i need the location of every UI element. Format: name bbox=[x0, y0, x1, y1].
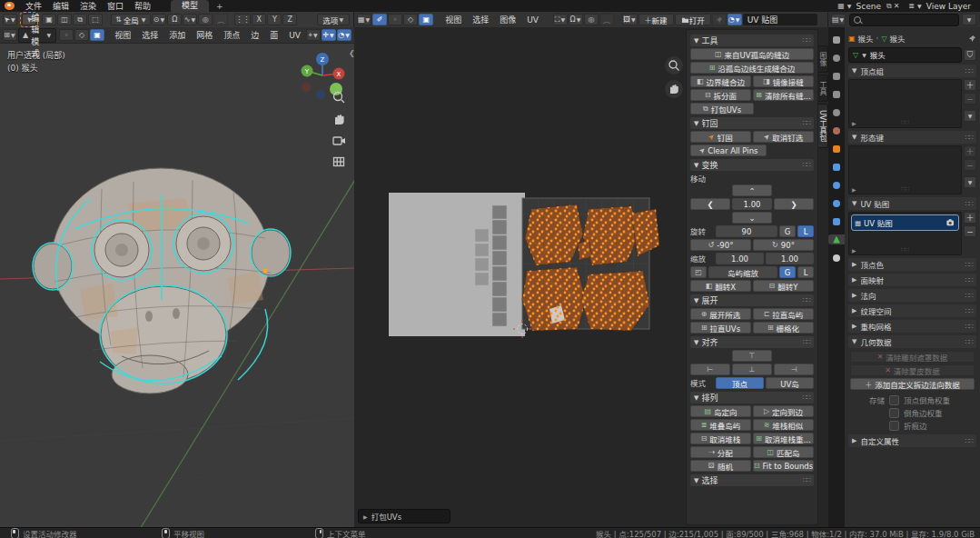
shape-key-specials-button[interactable]: ▼ bbox=[964, 176, 976, 188]
section-geometry-data[interactable]: ▼几何数据∷∷ bbox=[848, 335, 976, 348]
pin-button[interactable]: ➤钉固 bbox=[690, 131, 751, 143]
remove-vertex-group-button[interactable]: − bbox=[964, 93, 976, 105]
edge-select-mode-icon[interactable]: ◇ bbox=[74, 29, 89, 41]
properties-tab-modifiers-icon[interactable] bbox=[831, 162, 843, 172]
uv-map-list-item[interactable]: ▦ UV 贴图 bbox=[851, 214, 959, 231]
section-arrange[interactable]: ▼排列∷∷ bbox=[690, 392, 814, 404]
uv-pivot-dropdown[interactable]: ⛶▼ bbox=[553, 14, 568, 25]
new-image-button[interactable]: ＋ 新建 bbox=[638, 14, 674, 25]
vp-menu-vertex[interactable]: 顶点 bbox=[218, 29, 245, 41]
move-right-button[interactable]: ❯ bbox=[774, 198, 814, 210]
breadcrumb-object[interactable]: 猴头 bbox=[858, 33, 874, 44]
blender-logo-icon[interactable] bbox=[5, 2, 15, 10]
properties-tab-material-icon[interactable] bbox=[831, 253, 843, 263]
section-shape-keys[interactable]: ▼形态键∷∷ bbox=[848, 131, 976, 144]
section-pin[interactable]: ▼钉固∷∷ bbox=[690, 117, 814, 129]
properties-tab-output-icon[interactable] bbox=[831, 71, 843, 81]
section-face-maps[interactable]: ▶面映射∷∷ bbox=[848, 274, 976, 286]
suzanne-mesh[interactable] bbox=[33, 168, 291, 394]
island-scale-local-toggle[interactable]: L bbox=[797, 266, 814, 278]
move-down-button[interactable]: ⌄ bbox=[732, 212, 772, 224]
uv-menu-image[interactable]: 图像 bbox=[494, 14, 521, 25]
clear-all-pins-button[interactable]: ➤Clear All Pins bbox=[690, 144, 767, 156]
select-mode-2-icon[interactable]: ◫ bbox=[57, 14, 72, 25]
unpin-button[interactable]: ➤取消钉选 bbox=[753, 131, 814, 143]
fake-user-shield-button[interactable]: ⛉ bbox=[964, 49, 976, 61]
edge-crease-checkbox[interactable] bbox=[889, 421, 899, 431]
orient-island-button[interactable]: ▤岛定向 bbox=[690, 405, 751, 417]
rotate-local-toggle[interactable]: L bbox=[797, 225, 814, 237]
straighten-uvs-button[interactable]: ⊞拉直UVs bbox=[690, 322, 751, 334]
stack-similar-button[interactable]: ≋堆栈相似 bbox=[753, 419, 814, 431]
list-resize-grip[interactable]: ∷∷ bbox=[849, 119, 961, 126]
clear-seams-button[interactable]: ⊠清除所有缝... bbox=[753, 89, 814, 101]
open-image-button[interactable]: 打开 bbox=[675, 14, 711, 25]
align-right-button[interactable]: ⊣ bbox=[774, 364, 814, 375]
scale-y-field[interactable]: 1.00 bbox=[766, 253, 814, 264]
shading-overlay-dropdown[interactable]: ◔▼ bbox=[337, 29, 351, 41]
snapping-dropdown[interactable]: ⌖▼ bbox=[306, 29, 321, 41]
scene-selector[interactable]: Scene bbox=[856, 2, 880, 11]
distribute-button[interactable]: ⇢分配 bbox=[690, 446, 751, 458]
pan-hand-icon[interactable] bbox=[335, 115, 344, 125]
properties-tab-object-icon[interactable] bbox=[831, 144, 843, 154]
add-vertex-group-button[interactable]: ＋ bbox=[964, 79, 976, 91]
properties-tab-particles-icon[interactable] bbox=[831, 180, 843, 190]
section-texture-space[interactable]: ▶纹理空间∷∷ bbox=[848, 304, 976, 317]
split-faces-button[interactable]: ⊟拆分面 bbox=[690, 89, 751, 101]
uv-select-vertex-icon[interactable]: ◦ bbox=[388, 14, 402, 25]
add-shape-key-button[interactable]: ＋ bbox=[964, 145, 976, 157]
vertex-groups-list[interactable]: ▶∷∷ bbox=[848, 79, 962, 128]
island-scale-global-toggle[interactable]: G bbox=[779, 266, 796, 278]
section-vertex-groups[interactable]: ▼顶点组∷∷ bbox=[848, 65, 976, 77]
properties-tab-tool-icon[interactable] bbox=[831, 35, 843, 45]
mode-dropdown[interactable]: ▲ 编辑模式 ▼ bbox=[18, 28, 56, 43]
mirror-z-button[interactable]: Z bbox=[282, 14, 297, 25]
uv-select-edge-icon[interactable]: ◇ bbox=[403, 14, 418, 25]
uv-menu-select[interactable]: 选择 bbox=[467, 14, 494, 25]
section-tools[interactable]: ▼工具∷∷ bbox=[690, 35, 814, 46]
vertex-select-mode-icon[interactable]: ◦ bbox=[59, 29, 74, 41]
pin-image-icon[interactable] bbox=[712, 14, 727, 25]
vertex-group-specials-button[interactable]: ▼ bbox=[964, 110, 976, 122]
workspace-tab-modeling[interactable]: 模型 bbox=[171, 0, 209, 12]
uv-maps-list[interactable]: ▦ UV 贴图 ▶∷∷ bbox=[848, 212, 962, 255]
face-select-mode-icon[interactable]: ▣ bbox=[90, 29, 104, 41]
section-custom-properties[interactable]: ▶自定义属性∷∷ bbox=[848, 434, 976, 447]
vp-menu-select[interactable]: 选择 bbox=[136, 29, 163, 41]
proportional-falloff-icon[interactable]: ︵ bbox=[213, 14, 228, 25]
view-layer-selector[interactable]: View Layer bbox=[926, 2, 971, 11]
section-select[interactable]: ▼选择∷∷ bbox=[690, 474, 814, 486]
section-uv-maps[interactable]: ▼UV 贴图∷∷ bbox=[848, 197, 976, 210]
image-name-field[interactable]: UV 贴图 bbox=[743, 14, 817, 25]
remove-shape-key-button[interactable]: − bbox=[964, 159, 976, 171]
move-value-field[interactable]: 1.00 bbox=[732, 198, 772, 210]
vp-menu-mesh[interactable]: 网格 bbox=[191, 29, 218, 41]
gizmo-neg-z-axis[interactable] bbox=[316, 90, 325, 99]
vp-menu-uv[interactable]: UV bbox=[283, 31, 306, 40]
border-seam-button[interactable]: ◧边界缝合边 bbox=[690, 75, 751, 87]
redo-operator-panel[interactable]: ▶ 打包UVs bbox=[358, 509, 450, 523]
scale-x-field[interactable]: 1.00 bbox=[716, 253, 764, 264]
mirror-x-button[interactable]: X bbox=[252, 14, 266, 25]
orthographic-grid-icon[interactable] bbox=[334, 158, 344, 166]
image-datablock-icon[interactable]: ◔▼ bbox=[728, 14, 742, 25]
properties-tab-physics-icon[interactable] bbox=[831, 198, 843, 208]
mirror-seam-button[interactable]: ◨镜像接缝 bbox=[753, 75, 814, 87]
move-up-button[interactable]: ⌃ bbox=[732, 184, 772, 196]
active-tool-dropdown[interactable]: ➤▼ bbox=[3, 14, 17, 25]
clear-skin-data-button[interactable]: ✕清除蒙皮数据 bbox=[850, 364, 975, 376]
gridify-button[interactable]: ⊞栅格化 bbox=[753, 322, 814, 334]
browse-image-dropdown[interactable]: 🖼▼ bbox=[622, 14, 638, 25]
vertex-bevel-weight-checkbox[interactable] bbox=[889, 395, 899, 405]
shape-keys-list[interactable]: ▶∷∷ bbox=[848, 145, 962, 194]
delete-scene-icon[interactable]: ✕ bbox=[894, 2, 900, 10]
section-vertex-colors[interactable]: ▶顶点色∷∷ bbox=[848, 258, 976, 271]
unstack-button[interactable]: ⊟取消堆栈 bbox=[690, 433, 751, 444]
unwrap-selected-button[interactable]: ⊕展开所选 bbox=[690, 308, 751, 320]
camera-view-icon[interactable] bbox=[333, 137, 345, 144]
uv-editor[interactable]: ▶ 打包UVs ▼工具∷∷ ◫来自UV孤岛的缝边 ⊞沿孤岛边线生成缝合边 ◧边界… bbox=[354, 27, 829, 527]
snap-target-dropdown[interactable]: ∿▼ bbox=[183, 14, 197, 25]
properties-tab-world-icon[interactable] bbox=[831, 125, 843, 135]
pack-uvs-button[interactable]: ⧉打包UVs bbox=[690, 103, 754, 115]
